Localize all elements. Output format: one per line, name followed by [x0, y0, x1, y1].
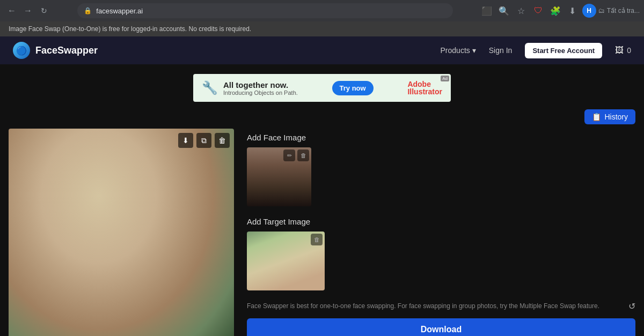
main-navbar: 🔵 FaceSwapper Products ▾ Sign In Start F… [0, 36, 644, 64]
ad-try-button[interactable]: Try now [332, 81, 374, 95]
logo-icon: 🔵 [13, 42, 30, 59]
ad-banner: Ad 🔧 All together now. Introducing Objec… [193, 74, 451, 102]
delete-face-button[interactable]: 🗑 [297, 150, 309, 161]
main-result-image [9, 129, 234, 336]
address-bar[interactable]: 🔒 faceswapper.ai [77, 3, 453, 18]
chevron-down-icon: ▾ [472, 46, 476, 55]
shield-button[interactable]: 🛡 [531, 3, 546, 18]
content-area: 📋 History ⬇ ⧉ 🗑 Add Face Image ✏ 🗑 [0, 109, 644, 336]
add-face-label: Add Face Image [247, 133, 635, 142]
signin-button[interactable]: Sign In [489, 46, 513, 55]
extensions-area: 🗂 Tất cả tra... [598, 7, 640, 14]
profile-avatar[interactable]: H [582, 4, 596, 18]
main-image-overlay: ⬇ ⧉ 🗑 [178, 133, 230, 148]
lock-icon: 🔒 [84, 7, 92, 14]
credits-area: 🖼 0 [615, 46, 631, 55]
download-browser-button[interactable]: ⬇ [565, 3, 580, 18]
description-text: Face Swapper is best for one-to-one face… [247, 301, 635, 311]
copy-result-button[interactable]: ⧉ [196, 133, 211, 148]
add-face-section: Add Face Image ✏ 🗑 [247, 133, 635, 208]
back-button[interactable]: ← [4, 3, 19, 18]
edit-face-button[interactable]: ✏ [283, 150, 295, 161]
bookmark-button[interactable]: ☆ [514, 3, 529, 18]
target-image-overlay: 🗑 [311, 234, 323, 245]
logo-text: FaceSwapper [35, 45, 98, 56]
download-result-button[interactable]: ⬇ [178, 133, 193, 148]
ad-icon: 🔧 [202, 80, 218, 95]
forward-button[interactable]: → [20, 3, 35, 18]
history-icon: 📋 [592, 113, 601, 121]
credits-icon: 🖼 [615, 46, 624, 55]
ad-row: Ad 🔧 All together now. Introducing Objec… [0, 64, 644, 109]
ad-badge: Ad [441, 76, 449, 81]
history-button[interactable]: 📋 History [584, 109, 635, 124]
ad-text: All together now. Introducing Objects on… [223, 80, 298, 96]
logo-area: 🔵 FaceSwapper [13, 42, 98, 59]
info-bar: Image Face Swap (One-to-One) is free for… [0, 21, 644, 36]
start-free-button[interactable]: Start Free Account [525, 43, 602, 58]
delete-target-button[interactable]: 🗑 [311, 234, 323, 245]
products-menu[interactable]: Products ▾ [441, 46, 476, 55]
browser-actions: ⬛ 🔍 ☆ 🛡 🧩 ⬇ H 🗂 Tất cả tra... [479, 3, 640, 18]
refresh-swap-button[interactable]: ↺ [628, 301, 635, 311]
nav-links: Products ▾ Sign In Start Free Account 🖼 … [441, 43, 631, 58]
extensions-button[interactable]: ⬛ [479, 3, 494, 18]
ad-left: 🔧 All together now. Introducing Objects … [202, 80, 298, 96]
main-img-content [9, 129, 234, 336]
main-image-area: ⬇ ⧉ 🗑 [9, 129, 234, 336]
right-panel: Add Face Image ✏ 🗑 Add Target Image 🗑 [234, 114, 635, 336]
delete-result-button[interactable]: 🗑 [215, 133, 230, 148]
add-target-label: Add Target Image [247, 217, 635, 226]
ad-brand: Adobe Illustrator [407, 80, 442, 95]
add-target-section: Add Target Image 🗑 [247, 217, 635, 293]
nav-buttons: ← → ↻ [4, 3, 52, 18]
face-image-overlay: ✏ 🗑 [283, 150, 309, 161]
puzzle-button[interactable]: 🧩 [548, 3, 563, 18]
download-button[interactable]: Download [247, 318, 635, 336]
refresh-button[interactable]: ↻ [36, 3, 52, 18]
search-button[interactable]: 🔍 [496, 3, 511, 18]
address-text: faceswapper.ai [96, 7, 447, 15]
browser-chrome: ← → ↻ 🔒 faceswapper.ai ⬛ 🔍 ☆ 🛡 🧩 ⬇ H 🗂 T… [0, 0, 644, 21]
